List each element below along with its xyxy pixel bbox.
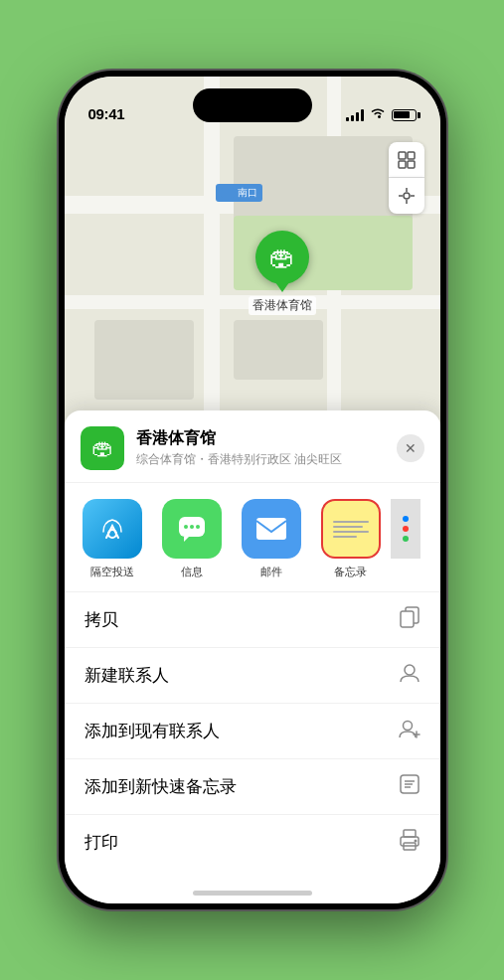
home-indicator: [193, 891, 312, 896]
svg-rect-16: [256, 518, 286, 540]
svg-rect-3: [399, 161, 406, 168]
battery-icon: [392, 109, 417, 121]
action-add-note-label: 添加到新快速备忘录: [84, 775, 237, 798]
share-airdrop[interactable]: 隔空投送: [73, 499, 152, 579]
share-notes[interactable]: 备忘录: [311, 499, 391, 579]
signal-bar-4: [361, 109, 364, 121]
status-time: 09:41: [88, 105, 125, 122]
add-existing-icon: [399, 718, 420, 744]
message-label: 信息: [181, 565, 203, 579]
svg-point-31: [414, 840, 417, 843]
signal-bars-icon: [346, 109, 364, 121]
mail-label: 邮件: [260, 565, 282, 579]
svg-point-13: [184, 525, 188, 529]
more-dot-2: [403, 526, 409, 532]
share-message[interactable]: 信息: [152, 499, 232, 579]
mail-icon-wrap: [242, 499, 301, 559]
more-dot-3: [403, 536, 409, 542]
action-add-existing[interactable]: 添加到现有联系人: [65, 704, 440, 759]
action-new-contact-label: 新建联系人: [84, 664, 169, 687]
map-controls: [389, 142, 424, 214]
svg-point-20: [403, 722, 412, 731]
share-actions-row: 隔空投送 信息: [65, 483, 440, 591]
airdrop-label: 隔空投送: [90, 565, 134, 579]
action-add-note[interactable]: 添加到新快速备忘录: [65, 759, 440, 815]
share-more[interactable]: [391, 499, 420, 565]
action-copy[interactable]: 拷贝: [65, 592, 440, 648]
svg-rect-4: [408, 161, 415, 168]
share-mail[interactable]: 邮件: [232, 499, 311, 579]
notes-line-1: [333, 521, 369, 523]
action-list: 拷贝 新建联系人: [65, 591, 440, 870]
bottom-sheet: 🏟 香港体育馆 综合体育馆・香港特别行政区 油尖旺区 ✕: [65, 410, 440, 903]
action-new-contact[interactable]: 新建联系人: [65, 648, 440, 704]
signal-bar-3: [356, 112, 359, 121]
more-dots-icon: [403, 516, 409, 542]
pin-label: 香港体育馆: [249, 296, 316, 315]
phone-screen: 09:41: [65, 77, 440, 903]
message-icon: [176, 514, 208, 544]
location-button[interactable]: [389, 178, 424, 214]
dynamic-island: [193, 88, 312, 122]
venue-name: 香港体育馆: [136, 428, 397, 449]
venue-info: 香港体育馆 综合体育馆・香港特别行政区 油尖旺区: [136, 428, 397, 468]
new-contact-icon: [399, 662, 420, 689]
map-block-3: [234, 320, 323, 380]
signal-bar-2: [351, 115, 354, 121]
svg-rect-18: [401, 611, 414, 627]
map-type-button[interactable]: [389, 142, 424, 178]
svg-point-14: [190, 525, 194, 529]
notes-label: 备忘录: [334, 565, 367, 579]
airdrop-icon: [97, 514, 127, 544]
venue-stadium-icon: 🏟: [91, 435, 113, 461]
venue-description: 综合体育馆・香港特别行政区 油尖旺区: [136, 451, 397, 468]
battery-fill: [394, 111, 410, 118]
copy-icon: [399, 606, 420, 633]
svg-point-5: [404, 193, 410, 199]
mail-icon: [254, 516, 288, 542]
status-icons: [346, 107, 417, 122]
stadium-icon: 🏟: [269, 243, 295, 273]
notes-icon-wrap: [321, 499, 381, 559]
action-copy-label: 拷贝: [84, 608, 118, 631]
stadium-pin[interactable]: 🏟 香港体育馆: [249, 231, 316, 315]
message-icon-wrap: [162, 499, 222, 559]
notes-line-3: [333, 531, 369, 533]
print-icon: [399, 829, 420, 856]
phone-frame: 09:41: [59, 71, 446, 909]
action-add-existing-label: 添加到现有联系人: [84, 720, 220, 742]
svg-rect-2: [408, 152, 415, 159]
venue-header: 🏟 香港体育馆 综合体育馆・香港特别行政区 油尖旺区 ✕: [65, 410, 440, 483]
notes-line-4: [333, 536, 357, 538]
svg-point-15: [196, 525, 200, 529]
notes-lines: [327, 513, 375, 546]
map-block-2: [94, 320, 194, 400]
add-note-icon: [399, 773, 420, 800]
wifi-icon: [370, 107, 386, 122]
action-print-label: 打印: [84, 831, 118, 854]
airdrop-icon-wrap: [83, 499, 142, 559]
more-dot-1: [403, 516, 409, 522]
signal-bar-1: [346, 117, 349, 121]
svg-point-19: [405, 665, 415, 675]
venue-icon: 🏟: [81, 426, 124, 470]
notes-line-2: [333, 526, 363, 528]
pin-circle: 🏟: [255, 231, 309, 284]
map-entrance-label: 南口: [216, 184, 262, 202]
svg-rect-1: [399, 152, 406, 159]
more-icon-wrap: [391, 499, 420, 559]
close-button[interactable]: ✕: [397, 434, 424, 462]
svg-rect-28: [404, 830, 416, 837]
action-print[interactable]: 打印: [65, 815, 440, 870]
svg-rect-0: [221, 188, 235, 198]
